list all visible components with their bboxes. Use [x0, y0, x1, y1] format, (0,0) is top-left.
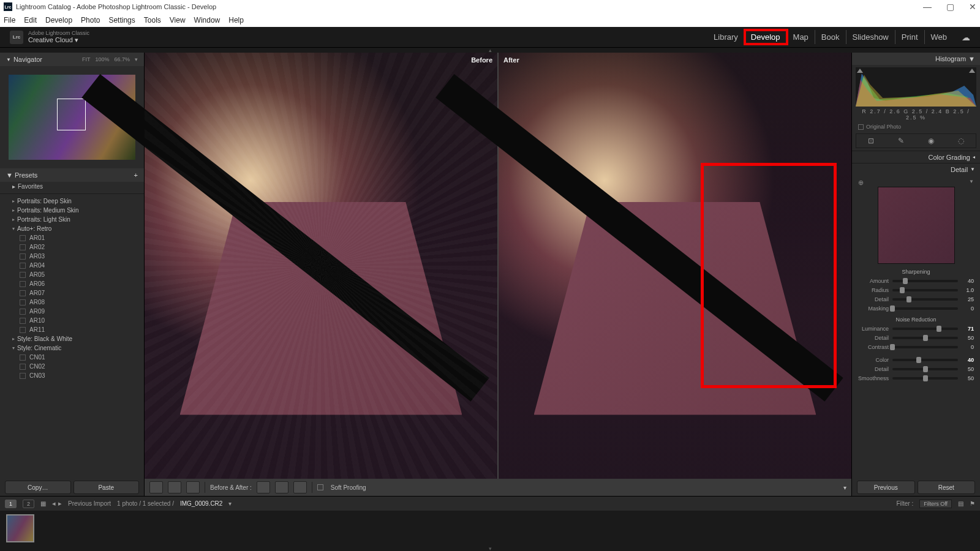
monitor-1-button[interactable]: 1 [5, 500, 17, 508]
maximize-icon[interactable]: ▢ [946, 2, 954, 12]
ba-copy-left-icon[interactable] [275, 481, 288, 493]
detail-preview[interactable] [878, 187, 955, 264]
detail-header[interactable]: Detail ▼ [852, 163, 980, 175]
menu-photo[interactable]: Photo [81, 16, 100, 24]
presets-header[interactable]: ▼ Presets + [0, 168, 144, 182]
slider-smoothness[interactable]: Smoothness50 [858, 373, 974, 383]
after-view[interactable]: After [499, 53, 851, 479]
chevron-down-icon[interactable]: ▾ [135, 56, 138, 62]
preset-item[interactable]: AR03 [0, 252, 144, 261]
slider-detail[interactable]: Detail25 [858, 294, 974, 304]
monitor-2-button[interactable]: 2 [23, 500, 34, 508]
original-photo-checkbox[interactable] [858, 124, 864, 130]
filter-lock-icon[interactable]: ▤ [958, 500, 963, 507]
module-library[interactable]: Library [707, 30, 745, 44]
slider-value[interactable]: 40 [962, 357, 974, 363]
slider-knob[interactable] [923, 375, 928, 381]
redeye-tool-icon[interactable]: ◉ [928, 137, 934, 145]
slider-value[interactable]: 40 [962, 278, 974, 284]
menu-view[interactable]: View [170, 16, 186, 24]
cloud-sync-icon[interactable]: ☁ [962, 32, 970, 42]
preset-item[interactable]: AR10 [0, 316, 144, 325]
loupe-view-icon[interactable] [149, 481, 163, 493]
toolbar-menu-icon[interactable]: ▾ [843, 484, 846, 491]
preset-item[interactable]: AR11 [0, 325, 144, 334]
module-develop[interactable]: Develop [745, 30, 787, 44]
add-preset-icon[interactable]: + [134, 171, 138, 179]
menu-edit[interactable]: Edit [24, 16, 37, 24]
filename[interactable]: IMG_0009.CR2 [180, 500, 222, 507]
reset-button[interactable]: Reset [918, 481, 976, 494]
slider-value[interactable]: 25 [962, 296, 974, 302]
copy-button[interactable]: Copy… [5, 481, 71, 494]
menu-settings[interactable]: Settings [108, 16, 135, 24]
presets-favorites[interactable]: Favorites [18, 183, 43, 190]
before-after-view-icon[interactable] [186, 481, 200, 493]
crop-tool-icon[interactable]: ⊡ [868, 137, 874, 145]
preset-item[interactable]: AR09 [0, 307, 144, 316]
menu-window[interactable]: Window [194, 16, 221, 24]
slider-knob[interactable] [937, 326, 941, 332]
module-print[interactable]: Print [895, 30, 925, 44]
module-slideshow[interactable]: Slideshow [846, 30, 895, 44]
preset-group[interactable]: ▸Portraits: Light Skin [0, 215, 144, 224]
menu-file[interactable]: File [4, 16, 15, 24]
top-collapse-handle[interactable]: ▴ [0, 48, 980, 53]
preset-item[interactable]: CN03 [0, 371, 144, 380]
module-book[interactable]: Book [815, 30, 846, 44]
filter-select[interactable]: Filters Off [919, 500, 952, 508]
filter-flag-icon[interactable]: ⚑ [970, 500, 975, 507]
ba-copy-right-icon[interactable] [293, 481, 307, 493]
preset-item[interactable]: AR02 [0, 242, 144, 252]
slider-knob[interactable] [923, 335, 928, 341]
menu-tools[interactable]: Tools [144, 16, 161, 24]
module-map[interactable]: Map [787, 30, 815, 44]
slider-contrast[interactable]: Contrast0 [858, 342, 974, 351]
minimize-icon[interactable]: — [923, 2, 932, 12]
preset-group[interactable]: ▸Style: Black & White [0, 334, 144, 343]
before-view[interactable]: Before [145, 53, 497, 479]
slider-knob[interactable] [923, 366, 928, 372]
paste-button[interactable]: Paste [74, 481, 140, 494]
preset-item[interactable]: CN02 [0, 362, 144, 371]
detail-picker-icon[interactable]: ⊕ [858, 179, 864, 187]
ba-swap-icon[interactable] [257, 481, 270, 493]
slider-knob[interactable] [900, 287, 905, 293]
brand-bottom[interactable]: Creative Cloud [28, 36, 73, 43]
slider-radius[interactable]: Radius1.0 [858, 285, 974, 294]
slider-value[interactable]: 50 [962, 375, 974, 381]
filmstrip-thumbnail[interactable] [6, 514, 34, 542]
menu-help[interactable]: Help [228, 16, 244, 24]
slider-value[interactable]: 0 [962, 344, 974, 350]
prev-photo-icon[interactable]: ◂ [52, 500, 56, 508]
source-label[interactable]: Previous Import [68, 500, 111, 507]
preset-item[interactable]: AR06 [0, 279, 144, 288]
slider-luminance[interactable]: Luminance71 [858, 324, 974, 333]
preset-group[interactable]: ▾Auto+: Retro [0, 224, 144, 233]
preset-item[interactable]: AR01 [0, 233, 144, 242]
next-photo-icon[interactable]: ▸ [58, 500, 62, 508]
zoom-custom[interactable]: 66.7% [114, 56, 130, 62]
slider-knob[interactable] [907, 296, 911, 302]
chevron-down-icon[interactable]: ▾ [228, 500, 232, 507]
histogram-header[interactable]: Histogram ▼ [852, 53, 980, 65]
grid-view-icon[interactable]: ▦ [40, 500, 46, 507]
close-icon[interactable]: ✕ [969, 2, 976, 12]
highlight-clip-icon[interactable] [969, 69, 975, 73]
masking-tool-icon[interactable]: ◌ [958, 137, 964, 145]
slider-knob[interactable] [890, 305, 895, 312]
slider-knob[interactable] [890, 344, 895, 350]
healing-tool-icon[interactable]: ✎ [898, 137, 904, 145]
reference-view-icon[interactable] [168, 481, 181, 493]
slider-value[interactable]: 71 [962, 326, 974, 332]
preset-group[interactable]: ▸Portraits: Medium Skin [0, 206, 144, 215]
preset-item[interactable]: AR04 [0, 261, 144, 270]
color-grading-header[interactable]: Color Grading ◂ [852, 151, 980, 163]
chevron-down-icon[interactable]: ▾ [75, 36, 78, 43]
slider-value[interactable]: 1.0 [962, 287, 974, 293]
filmstrip[interactable] [0, 511, 980, 546]
slider-knob[interactable] [903, 278, 908, 284]
chevron-down-icon[interactable]: ▼ [969, 179, 974, 184]
zoom-100[interactable]: 100% [95, 56, 109, 62]
preset-item[interactable]: AR08 [0, 298, 144, 307]
